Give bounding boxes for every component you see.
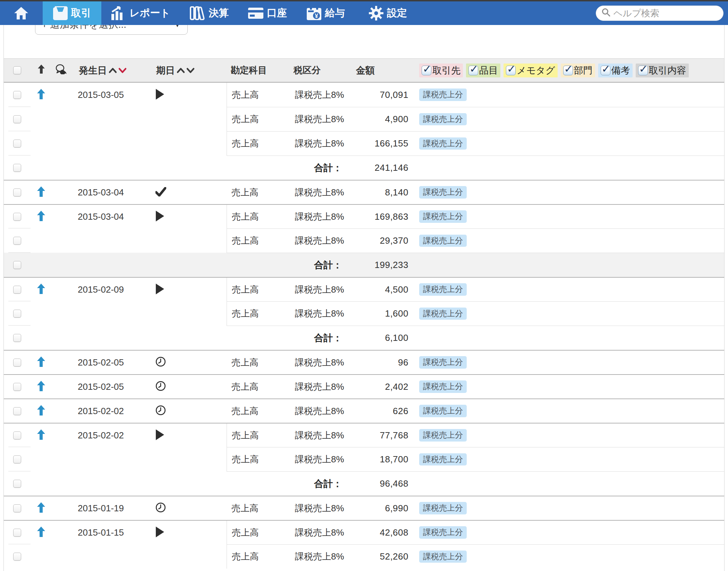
toggle-chip-0[interactable]: 取引先 <box>419 64 463 77</box>
row-direction-cell <box>32 180 51 204</box>
nav-item-label: 給与 <box>325 6 345 20</box>
transaction-row[interactable]: 2015-02-09売上高課税売上8%4,500課税売上分 <box>4 277 724 301</box>
header-col-due-date[interactable]: 期日 <box>151 59 227 82</box>
row-account-cell: 売上高 <box>227 180 294 204</box>
toggle-chip-1[interactable]: 品目 <box>466 64 500 77</box>
transaction-row[interactable]: 2015-01-15売上高課税売上8%42,608課税売上分 <box>4 520 724 544</box>
row-checkbox[interactable] <box>13 529 21 537</box>
row-checkbox[interactable] <box>13 455 21 463</box>
transaction-row[interactable]: 2015-03-04売上高課税売上8%8,140課税売上分 <box>4 180 724 204</box>
tax-segment-badge[interactable]: 課税売上分 <box>419 356 467 368</box>
row-checkbox[interactable] <box>13 115 21 123</box>
checked-checkbox-icon[interactable] <box>638 66 648 75</box>
tax-segment-badge[interactable]: 課税売上分 <box>419 502 467 514</box>
row-checkbox[interactable] <box>13 553 21 561</box>
row-amount-cell: 169,863 <box>350 205 411 228</box>
row-checkbox[interactable] <box>13 286 21 294</box>
transaction-row[interactable]: 売上高課税売上8%166,155課税売上分 <box>4 131 724 156</box>
sort-down-icon[interactable] <box>187 68 194 73</box>
tax-segment-badge[interactable]: 課税売上分 <box>419 551 467 563</box>
row-checkbox[interactable] <box>13 383 21 391</box>
transaction-row[interactable]: 売上高課税売上8%52,260課税売上分 <box>4 544 724 569</box>
row-checkbox[interactable] <box>13 480 21 488</box>
row-checkbox[interactable] <box>13 237 21 245</box>
row-checkbox[interactable] <box>13 188 21 196</box>
transaction-row[interactable]: 2015-02-02売上高課税売上8%626課税売上分 <box>4 398 724 423</box>
row-checkbox[interactable] <box>13 359 21 367</box>
total-amount-cell: 241,146 <box>350 156 411 180</box>
row-checkbox[interactable] <box>13 261 21 269</box>
transaction-row[interactable]: 売上高課税売上8%29,370課税売上分 <box>4 228 724 253</box>
tax-segment-badge[interactable]: 課税売上分 <box>419 137 467 150</box>
nav-item-accounts[interactable]: 口座 <box>242 1 293 25</box>
tax-segment-badge[interactable]: 課税売上分 <box>419 89 467 101</box>
checked-checkbox-icon[interactable] <box>563 66 573 75</box>
row-checkbox-cell <box>4 301 32 326</box>
toggle-chip-5[interactable]: 取引内容 <box>636 64 689 77</box>
nav-item-reports[interactable]: レポート <box>108 1 173 25</box>
row-checkbox[interactable] <box>13 310 21 318</box>
row-comment-cell <box>51 544 72 569</box>
clock-icon <box>155 356 166 368</box>
transaction-row[interactable]: 2015-03-05売上高課税売上8%70,091課税売上分 <box>4 83 724 107</box>
tax-segment-badge[interactable]: 課税売上分 <box>419 186 467 198</box>
income-arrow-icon <box>37 527 45 538</box>
checked-checkbox-icon[interactable] <box>468 66 478 75</box>
transactions-table-header: 発生日 期日 勘定科目 税区分 金額 取引先品目メモタグ部門備考取引内容 <box>4 58 724 83</box>
row-comment-cell <box>51 399 72 423</box>
row-checkbox[interactable] <box>13 504 21 512</box>
sort-up-icon[interactable] <box>109 68 117 73</box>
nav-item-home[interactable] <box>10 1 32 25</box>
total-amount-cell: 6,100 <box>350 326 411 350</box>
row-checkbox[interactable] <box>13 91 21 99</box>
row-checkbox[interactable] <box>13 213 21 221</box>
header-comment-cell[interactable] <box>51 59 72 82</box>
transaction-row[interactable]: 売上高課税売上8%4,900課税売上分 <box>4 107 724 131</box>
transaction-row[interactable]: 2015-02-05売上高課税売上8%2,402課税売上分 <box>4 374 724 398</box>
tax-segment-badge[interactable]: 課税売上分 <box>419 210 467 222</box>
row-checkbox[interactable] <box>13 407 21 415</box>
transaction-row[interactable]: 2015-02-02売上高課税売上8%77,768課税売上分 <box>4 423 724 447</box>
nav-item-settings[interactable]: 設定 <box>359 1 417 25</box>
row-checkbox[interactable] <box>13 334 21 342</box>
sort-up-icon[interactable] <box>177 68 185 73</box>
tax-segment-badge[interactable]: 課税売上分 <box>419 526 467 538</box>
toggle-chip-4[interactable]: 備考 <box>598 64 633 77</box>
total-amount-cell: 96,468 <box>350 471 411 496</box>
account-value: 売上高 <box>232 211 259 223</box>
tax-segment-badge[interactable]: 課税売上分 <box>419 113 467 125</box>
row-checkbox[interactable] <box>13 431 21 439</box>
help-search-input[interactable]: ヘルプ検索 <box>596 6 723 21</box>
tax-segment-badge[interactable]: 課税売上分 <box>419 283 467 295</box>
row-checkbox[interactable] <box>13 140 21 148</box>
transaction-row[interactable]: 2015-01-19売上高課税売上8%6,990課税売上分 <box>4 496 724 520</box>
nav-item-closing[interactable]: 決算 <box>183 1 235 25</box>
nav-item-transactions[interactable]: 取引 <box>43 1 101 25</box>
header-col-occurrence-date[interactable]: 発生日 <box>72 59 151 82</box>
tax-segment-badge[interactable]: 課税売上分 <box>419 235 467 247</box>
nav-item-payroll[interactable]: ¥ 給与 <box>300 1 352 25</box>
tax-segment-badge[interactable]: 課税売上分 <box>419 429 467 441</box>
transaction-row[interactable]: 売上高課税売上8%1,600課税売上分 <box>4 301 724 326</box>
header-direction-cell[interactable] <box>32 59 51 82</box>
row-comment-cell <box>51 253 72 277</box>
row-account-cell: 売上高 <box>227 423 294 447</box>
transaction-row[interactable]: 売上高課税売上8%18,700課税売上分 <box>4 447 724 471</box>
checked-checkbox-icon[interactable] <box>601 66 610 75</box>
toggle-chip-3[interactable]: 部門 <box>561 64 595 77</box>
row-checkbox[interactable] <box>13 164 21 172</box>
tax-segment-badge[interactable]: 課税売上分 <box>419 308 467 320</box>
sort-down-active-icon[interactable] <box>119 68 126 73</box>
payroll-calendar-icon: ¥ <box>307 6 321 20</box>
row-tax-cell: 課税売上8% <box>294 496 350 520</box>
tax-segment-badge[interactable]: 課税売上分 <box>419 380 467 393</box>
transaction-row[interactable]: 2015-02-05売上高課税売上8%96課税売上分 <box>4 350 724 374</box>
select-all-checkbox[interactable] <box>13 66 21 74</box>
tax-segment-badge[interactable]: 課税売上分 <box>419 453 467 465</box>
toggle-chip-2[interactable]: メモタグ <box>503 64 558 77</box>
search-icon <box>602 8 611 18</box>
transaction-row[interactable]: 2015-03-04売上高課税売上8%169,863課税売上分 <box>4 204 724 228</box>
tax-segment-badge[interactable]: 課税売上分 <box>419 405 467 417</box>
checked-checkbox-icon[interactable] <box>422 66 431 75</box>
checked-checkbox-icon[interactable] <box>506 66 516 75</box>
